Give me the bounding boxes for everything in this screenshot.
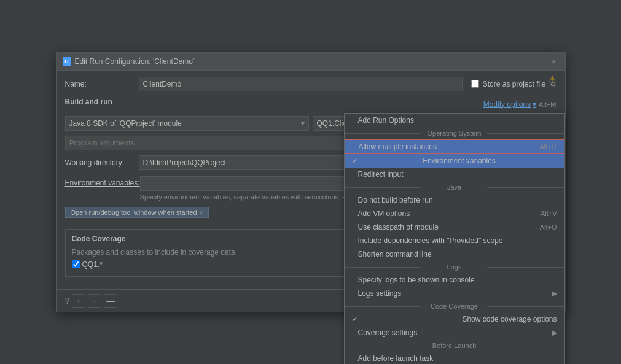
chip-label: Open run/debug tool window when started	[71, 209, 197, 216]
warning-icon: ⚠	[549, 74, 557, 84]
name-row: Name: Store as project file ⚙ ⚠	[65, 77, 557, 91]
menu-label: Show code coverage options	[462, 315, 557, 323]
app-icon: U	[63, 57, 71, 66]
menu-item-shorten-cmdline[interactable]: Shorten command line	[345, 247, 564, 261]
add-button[interactable]: +	[72, 294, 85, 308]
menu-label: Use classpath of module	[358, 223, 439, 231]
sdk-select[interactable]: Java 8 SDK of 'QQProject' module ▾	[65, 116, 309, 131]
modify-options-label: Modify options	[483, 100, 531, 109]
menu-label: Add VM options	[358, 209, 410, 218]
menu-item-redirect-input[interactable]: Redirect input	[345, 168, 564, 181]
menu-label: Do not build before run	[358, 196, 433, 204]
chip-close-icon[interactable]: ×	[200, 209, 203, 216]
separator-coverage: Code Coverage	[345, 300, 564, 312]
menu-item-no-build[interactable]: Do not build before run	[345, 193, 564, 207]
separator-label: Code Coverage	[431, 303, 478, 310]
menu-item-logs-settings[interactable]: Logs settings ▶	[345, 287, 564, 300]
modify-options-shortcut: Alt+M	[539, 101, 556, 108]
name-label: Name:	[65, 80, 139, 88]
menu-label: Add Run Options	[358, 116, 414, 125]
build-run-header: Build and run Modify options ▾ Alt+M	[65, 98, 557, 111]
menu-item-env-vars[interactable]: Environment variables	[345, 154, 564, 168]
store-label: Store as project file	[483, 80, 546, 88]
more-button[interactable]: —	[104, 294, 117, 308]
submenu-arrow-icon: ▶	[552, 328, 557, 337]
modify-options-button[interactable]: Modify options ▾	[483, 100, 536, 109]
menu-item-classpath[interactable]: Use classpath of module Alt+O	[345, 220, 564, 234]
sdk-dropdown-icon: ▾	[301, 119, 305, 128]
bottom-toolbar: ? + - —	[65, 294, 118, 308]
package-value: QQ1.*	[82, 260, 103, 269]
title-bar: U Edit Run Configuration: 'ClientDemo' ×	[57, 53, 565, 71]
separator-label: Operating System	[427, 130, 481, 137]
remove-button[interactable]: -	[88, 294, 101, 308]
package-checkbox[interactable]	[72, 260, 80, 268]
env-vars-label: Environment variables:	[65, 179, 140, 187]
menu-label: Include dependencies with "Provided" sco…	[358, 236, 503, 245]
separator-logs: Logs	[345, 261, 564, 273]
sdk-value: Java 8 SDK of 'QQProject' module	[69, 119, 182, 128]
menu-item-coverage-settings[interactable]: Coverage settings ▶	[345, 326, 564, 339]
menu-label: Redirect input	[358, 170, 404, 179]
menu-label: Shorten command line	[358, 250, 432, 258]
separator-label: Before Launch	[432, 342, 477, 349]
menu-item-provided-scope[interactable]: Include dependencies with "Provided" sco…	[345, 234, 564, 247]
submenu-arrow-icon: ▶	[552, 289, 557, 298]
name-input[interactable]	[139, 77, 463, 91]
menu-item-vm-options[interactable]: Add VM options Alt+V	[345, 207, 564, 220]
chevron-down-icon: ▾	[533, 100, 536, 109]
store-checkbox[interactable]	[471, 80, 479, 88]
store-row: Store as project file ⚙	[471, 80, 557, 88]
working-dir-label: Working directory:	[65, 158, 139, 167]
title-bar-left: U Edit Run Configuration: 'ClientDemo'	[63, 57, 195, 66]
modify-options-area: Modify options ▾ Alt+M	[483, 100, 557, 109]
separator-before-launch: Before Launch	[345, 339, 564, 352]
menu-label: Allow multiple instances	[359, 142, 437, 151]
help-button[interactable]: ?	[65, 296, 70, 306]
close-button[interactable]: ×	[549, 56, 558, 66]
dropdown-menu: Add Run Options Operating System Allow m…	[344, 113, 565, 365]
menu-shortcut: Alt+U	[539, 143, 556, 150]
menu-label: Specify logs to be shown in console	[358, 276, 475, 284]
open-window-chip: Open run/debug tool window when started …	[65, 207, 209, 218]
build-run-title: Build and run	[65, 98, 112, 106]
separator-label: Java	[447, 184, 461, 191]
menu-item-logs-console[interactable]: Specify logs to be shown in console	[345, 273, 564, 287]
menu-shortcut: Alt+V	[541, 210, 557, 217]
menu-label: Coverage settings	[358, 328, 418, 337]
menu-item-show-coverage[interactable]: Show code coverage options	[345, 312, 564, 326]
menu-shortcut: Alt+O	[540, 223, 557, 231]
menu-item-allow-multiple[interactable]: Allow multiple instances Alt+U	[345, 139, 564, 154]
menu-item-before-launch-task[interactable]: Add before launch task	[345, 352, 564, 365]
dialog-title: Edit Run Configuration: 'ClientDemo'	[75, 57, 195, 66]
separator-java: Java	[345, 181, 564, 193]
edit-run-config-dialog: U Edit Run Configuration: 'ClientDemo' ×…	[56, 52, 566, 312]
menu-label: Add before launch task	[358, 354, 434, 363]
menu-label: Logs settings	[358, 289, 402, 298]
menu-label: Environment variables	[423, 157, 496, 165]
separator-os: Operating System	[345, 127, 564, 139]
menu-item-add-run-options[interactable]: Add Run Options	[345, 114, 564, 127]
separator-label: Logs	[447, 263, 462, 271]
